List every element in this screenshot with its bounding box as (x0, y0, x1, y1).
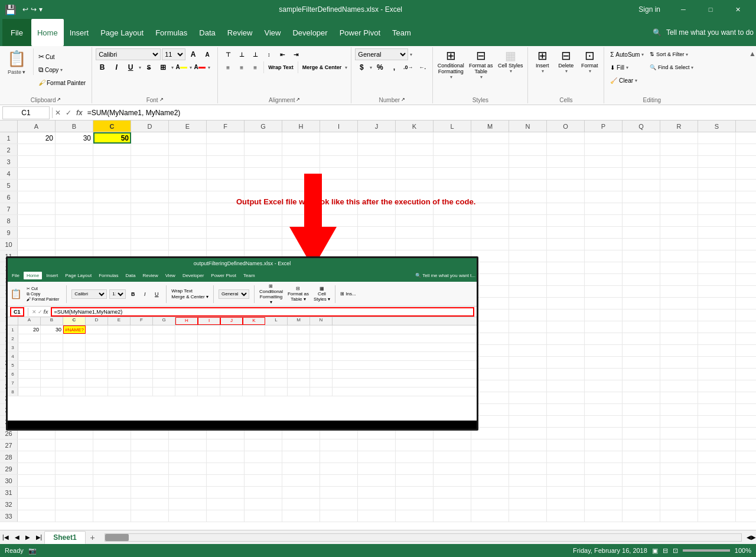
col-D[interactable]: D (131, 120, 169, 132)
emb-menu-data[interactable]: Data (123, 272, 139, 279)
cell-2-7[interactable] (282, 144, 320, 155)
emb-font-select[interactable]: Calibri (71, 289, 107, 299)
close-button[interactable]: ✕ (724, 0, 751, 19)
emb-cell-8-4[interactable] (108, 387, 131, 396)
emb-cell-2-7[interactable] (175, 334, 198, 343)
emb-cell-3-11[interactable] (265, 343, 288, 351)
cell-33-12[interactable] (471, 510, 509, 522)
cell-3-17[interactable] (660, 156, 698, 167)
emb-wrap-text[interactable]: Wrap Text (171, 288, 208, 294)
cell-21-14[interactable] (547, 369, 585, 380)
cell-F1[interactable] (207, 132, 245, 144)
border-button[interactable]: ⊞ (157, 61, 170, 73)
view-normal-icon[interactable]: ▣ (652, 547, 658, 555)
cell-30-4[interactable] (169, 475, 207, 486)
cell-5-9[interactable] (358, 180, 396, 191)
cell-4-2[interactable] (93, 168, 131, 179)
emb-cut[interactable]: ✂ Cut (27, 286, 59, 291)
emb-cell-D1[interactable] (86, 325, 108, 334)
emb-cell-6-9[interactable] (220, 370, 243, 378)
cell-33-3[interactable] (131, 510, 169, 522)
emb-cell-4-4[interactable] (108, 352, 131, 360)
cell-28-0[interactable] (18, 451, 56, 462)
cell-5-5[interactable] (207, 180, 245, 191)
number-format-select[interactable]: General (355, 48, 408, 60)
formula-confirm-icon[interactable]: ✓ (66, 109, 71, 117)
cell-9-14[interactable] (547, 227, 585, 238)
cell-32-16[interactable] (623, 499, 660, 510)
cell-6-0[interactable] (18, 191, 56, 203)
cell-32-1[interactable] (56, 499, 93, 510)
cell-33-16[interactable] (623, 510, 660, 522)
cell-27-17[interactable] (660, 439, 698, 451)
emb-number-format[interactable]: General (219, 289, 249, 299)
cell-33-10[interactable] (396, 510, 434, 522)
cell-7-0[interactable] (18, 203, 56, 214)
col-H[interactable]: H (282, 120, 320, 132)
cell-32-2[interactable] (93, 499, 131, 510)
cell-21-15[interactable] (585, 369, 623, 380)
view-page-icon[interactable]: ⊡ (673, 547, 678, 555)
cell-29-6[interactable] (245, 463, 282, 474)
emb-cell-7-7[interactable] (175, 379, 198, 387)
col-A[interactable]: A (18, 120, 56, 132)
cell-3-13[interactable] (509, 156, 547, 167)
cell-3-11[interactable] (434, 156, 471, 167)
emb-cell-I1[interactable] (198, 325, 220, 334)
text-direction-button[interactable]: ↕ (262, 48, 275, 60)
cell-4-18[interactable] (698, 168, 736, 179)
cell-11-14[interactable] (547, 250, 585, 262)
emb-cell-7-12[interactable] (288, 379, 310, 387)
cell-4-14[interactable] (547, 168, 585, 179)
cell-30-9[interactable] (358, 475, 396, 486)
emb-format-as-table[interactable]: ⊟Format asTable ▾ (288, 286, 309, 302)
emb-cell-5-11[interactable] (265, 361, 288, 369)
cell-6-12[interactable] (471, 191, 509, 203)
emb-cell-4-11[interactable] (265, 352, 288, 360)
emb-conditional-formatting[interactable]: ⊞ConditionalFormatting▾ (259, 284, 283, 305)
emb-cell-7-0[interactable] (18, 379, 41, 387)
emb-fontsize-select[interactable]: 11 (109, 289, 126, 299)
cell-30-8[interactable] (320, 475, 358, 486)
cell-5-14[interactable] (547, 180, 585, 191)
cell-3-10[interactable] (396, 156, 434, 167)
cell-4-0[interactable] (18, 168, 56, 179)
cell-8-16[interactable] (623, 215, 660, 226)
emb-cell-4-3[interactable] (86, 352, 108, 360)
cell-5-17[interactable] (660, 180, 698, 191)
cell-29-3[interactable] (131, 463, 169, 474)
cell-10-1[interactable] (56, 239, 93, 250)
indent-decrease-button[interactable]: ⇤ (276, 48, 289, 60)
cell-S1[interactable] (698, 132, 736, 144)
zoom-level[interactable]: 100% (735, 547, 751, 554)
emb-cell-7-13[interactable] (310, 379, 333, 387)
emb-cell-6-2[interactable] (63, 370, 86, 378)
cell-7-2[interactable] (93, 203, 131, 214)
cell-29-10[interactable] (396, 463, 434, 474)
cell-27-11[interactable] (434, 439, 471, 451)
cell-10-11[interactable] (434, 239, 471, 250)
cell-28-8[interactable] (320, 451, 358, 462)
cell-2-18[interactable] (698, 144, 736, 155)
cell-13-15[interactable] (585, 274, 623, 285)
cell-2-11[interactable] (434, 144, 471, 155)
col-I[interactable]: I (320, 120, 358, 132)
cell-28-6[interactable] (245, 451, 282, 462)
cell-2-9[interactable] (358, 144, 396, 155)
cell-33-8[interactable] (320, 510, 358, 522)
emb-menu-page-layout[interactable]: Page Layout (62, 272, 94, 279)
cell-M1[interactable] (471, 132, 509, 144)
cell-29-17[interactable] (660, 463, 698, 474)
cell-8-3[interactable] (131, 215, 169, 226)
emb-cell-6-11[interactable] (265, 370, 288, 378)
cell-28-15[interactable] (585, 451, 623, 462)
cell-3-1[interactable] (56, 156, 93, 167)
indent-increase-button[interactable]: ⇥ (289, 48, 302, 60)
cell-10-6[interactable] (245, 239, 282, 250)
col-Q[interactable]: Q (623, 120, 660, 132)
emb-cell-B1[interactable]: 30 (41, 325, 63, 334)
cell-22-15[interactable] (585, 380, 623, 392)
emb-cell-4-0[interactable] (18, 352, 41, 360)
cell-9-3[interactable] (131, 227, 169, 238)
cell-9-0[interactable] (18, 227, 56, 238)
